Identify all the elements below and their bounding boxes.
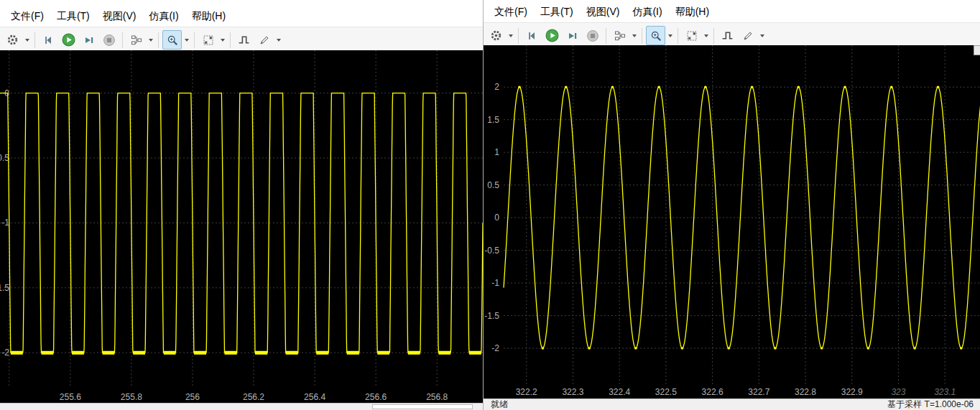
svg-text:322.7: 322.7 (748, 387, 769, 397)
fit-to-view-icon (686, 30, 698, 42)
signal-config-icon (131, 34, 142, 46)
svg-text:256.4: 256.4 (304, 392, 325, 402)
settings-gear-button[interactable] (3, 30, 22, 50)
svg-text:255.6: 255.6 (60, 392, 81, 402)
svg-text:322.8: 322.8 (795, 387, 816, 397)
signal-config-button[interactable] (126, 30, 146, 50)
zoom-icon (650, 30, 662, 42)
svg-text:322.4: 322.4 (609, 387, 630, 397)
svg-text:2: 2 (494, 82, 499, 92)
trigger-button[interactable] (234, 30, 254, 50)
step-back-icon (43, 34, 55, 46)
fit-to-view-button[interactable] (198, 30, 218, 50)
menu-tools[interactable]: 工具(T) (534, 4, 580, 20)
svg-text:322.9: 322.9 (841, 387, 863, 397)
svg-text:323.1: 323.1 (934, 387, 956, 397)
separator (194, 32, 195, 48)
step-back-button[interactable] (522, 26, 542, 45)
svg-text:255.8: 255.8 (121, 392, 142, 402)
step-back-button[interactable] (39, 30, 58, 50)
menu-help[interactable]: 帮助(H) (185, 9, 232, 24)
right-plot-area[interactable]: 21.510.50-0.5-1-1.5-2322.2322.3322.4322.… (484, 45, 980, 399)
left-toolbar (0, 27, 483, 53)
svg-text:322.3: 322.3 (562, 387, 583, 397)
right-statusbar: 就绪 基于采样 T=1.000e-06 (484, 399, 980, 410)
separator (678, 28, 678, 44)
svg-text:-1: -1 (1, 218, 9, 228)
menu-tools[interactable]: 工具(T) (50, 9, 96, 24)
left-menubar: 文件(F) 工具(T) 视图(V) 仿真(I) 帮助(H) (0, 0, 483, 27)
screen: 文件(F) 工具(T) 视图(V) 仿真(I) 帮助(H) (0, 0, 980, 410)
right-menubar: 文件(F) 工具(T) 视图(V) 仿真(I) 帮助(H) (484, 0, 980, 22)
svg-text:256.6: 256.6 (365, 392, 387, 402)
measurements-button[interactable] (254, 30, 274, 50)
separator (34, 32, 35, 48)
separator (518, 28, 519, 44)
step-forward-icon (83, 34, 95, 46)
svg-text:256.2: 256.2 (243, 392, 264, 402)
svg-text:1.5: 1.5 (487, 115, 499, 125)
zoom-dropdown[interactable] (666, 27, 674, 45)
svg-text:322.2: 322.2 (516, 387, 537, 397)
signal-config-button[interactable] (610, 26, 629, 45)
settings-dropdown[interactable] (507, 27, 514, 45)
gear-icon (490, 29, 502, 42)
zoom-dropdown[interactable] (182, 31, 190, 49)
signal-config-icon (614, 30, 626, 42)
left-statusbar (0, 403, 483, 410)
svg-text:-1.5: -1.5 (0, 283, 9, 293)
signal-config-dropdown[interactable] (147, 31, 154, 49)
stop-button[interactable] (583, 26, 602, 45)
svg-text:323: 323 (891, 387, 905, 397)
trigger-button[interactable] (718, 26, 737, 45)
menu-file[interactable]: 文件(F) (488, 4, 534, 20)
trigger-icon (721, 29, 734, 42)
scrollbar-corner[interactable] (974, 45, 980, 55)
menu-simulate[interactable]: 仿真(I) (142, 9, 185, 24)
fit-to-view-dropdown[interactable] (218, 31, 226, 49)
left-waveform-chart[interactable]: 0-0.5-1-1.5-2255.6255.8256256.2256.4256.… (0, 50, 483, 404)
svg-text:-2: -2 (1, 348, 9, 358)
fit-to-view-button[interactable] (682, 26, 701, 45)
svg-text:-1.5: -1.5 (484, 311, 499, 321)
measurements-icon (742, 30, 754, 42)
separator (230, 32, 231, 48)
fit-to-view-dropdown[interactable] (702, 27, 710, 45)
left-status-field (372, 404, 473, 409)
run-button[interactable] (542, 26, 562, 45)
right-waveform-chart[interactable]: 21.510.50-0.5-1-1.5-2322.2322.3322.4322.… (484, 45, 980, 399)
measurements-button[interactable] (738, 26, 757, 45)
menu-simulate[interactable]: 仿真(I) (626, 4, 668, 20)
measurements-dropdown[interactable] (274, 31, 282, 49)
separator (158, 32, 159, 48)
menu-file[interactable]: 文件(F) (4, 9, 50, 24)
menu-help[interactable]: 帮助(H) (669, 4, 716, 20)
step-forward-button[interactable] (79, 30, 98, 50)
signal-config-dropdown[interactable] (630, 27, 638, 45)
step-back-icon (527, 30, 538, 42)
svg-text:322.6: 322.6 (702, 387, 724, 397)
status-ready: 就绪 (491, 399, 508, 410)
svg-text:-2: -2 (491, 343, 499, 353)
menu-view[interactable]: 视图(V) (96, 9, 143, 24)
left-plot-area[interactable]: 0-0.5-1-1.5-2255.6255.8256256.2256.4256.… (0, 50, 483, 404)
step-forward-icon (567, 30, 578, 42)
svg-text:0: 0 (494, 213, 499, 223)
zoom-button[interactable] (646, 26, 665, 45)
fit-to-view-icon (203, 34, 214, 46)
left-scope-window: 文件(F) 工具(T) 视图(V) 仿真(I) 帮助(H) (0, 0, 483, 410)
settings-gear-button[interactable] (486, 26, 506, 45)
settings-dropdown[interactable] (23, 31, 31, 49)
run-icon (545, 29, 559, 42)
zoom-button[interactable] (162, 30, 182, 50)
stop-button[interactable] (99, 30, 119, 50)
measurements-dropdown[interactable] (758, 27, 766, 45)
run-button[interactable] (59, 30, 78, 50)
status-sample: 基于采样 T=1.000e-06 (887, 399, 974, 410)
svg-text:-0.5: -0.5 (484, 246, 499, 256)
menu-view[interactable]: 视图(V) (580, 4, 627, 20)
stop-icon (103, 34, 116, 47)
step-forward-button[interactable] (563, 26, 582, 45)
svg-text:322.5: 322.5 (655, 387, 677, 397)
svg-text:-1: -1 (491, 278, 499, 288)
